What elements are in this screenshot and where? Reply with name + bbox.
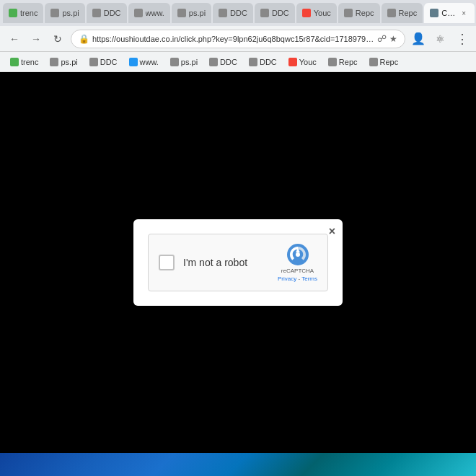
profile-button[interactable]: 👤 <box>410 30 427 48</box>
svg-point-2 <box>296 252 300 257</box>
bookmark-label: Repc <box>339 58 358 66</box>
tab-www[interactable]: www. <box>128 3 170 23</box>
tab-favicon <box>134 9 143 17</box>
terms-link[interactable]: Terms <box>301 276 317 282</box>
bookmark-label: ps.pi <box>61 58 77 66</box>
bookmark-favicon <box>89 58 98 66</box>
forward-button[interactable]: → <box>27 30 45 48</box>
captcha-checkbox[interactable] <box>159 255 175 270</box>
bookmark-ddc-1[interactable]: DDC <box>85 54 122 70</box>
bookmark-repc-1[interactable]: Repc <box>324 54 362 70</box>
tab-favicon <box>9 9 17 17</box>
browser-window: trenc ps.pi DDC www. ps.pi DDC DDC Youc <box>0 0 476 476</box>
bookmark-favicon <box>129 58 138 66</box>
tab-repc-2[interactable]: Repc <box>382 3 423 23</box>
tab-label: ps.pi <box>62 9 79 17</box>
modal-overlay: × I'm not a robot <box>0 72 476 453</box>
tab-favicon <box>344 9 353 17</box>
menu-button[interactable]: ⋮ <box>453 30 470 48</box>
recaptcha-logo-icon <box>286 243 309 266</box>
bookmark-favicon <box>10 58 19 66</box>
bookmark-ddc-2[interactable]: DDC <box>205 54 242 70</box>
page-content: Click "Allow" to confirm that you are no… <box>0 72 476 453</box>
bookmark-favicon <box>50 58 58 66</box>
captcha-modal: × I'm not a robot <box>133 219 343 306</box>
bookmark-favicon <box>328 58 337 66</box>
tab-bar: trenc ps.pi DDC www. ps.pi DDC DDC Youc <box>0 0 476 26</box>
bookmark-ddc-3[interactable]: DDC <box>244 54 281 70</box>
bookmark-favicon <box>209 58 218 66</box>
captcha-label: I'm not a robot <box>183 257 269 268</box>
bookmark-repc-2[interactable]: Repc <box>365 54 403 70</box>
bookmark-www[interactable]: www. <box>125 54 163 70</box>
bookmark-label: DDC <box>260 58 277 66</box>
tab-label: DDC <box>104 9 121 17</box>
bookmark-label: www. <box>140 58 159 66</box>
taskbar <box>0 453 476 476</box>
captcha-widget: I'm not a robot reCAPTCHA <box>148 234 328 291</box>
tab-trenc[interactable]: trenc <box>3 3 43 23</box>
tab-youtube[interactable]: Youc <box>296 3 337 23</box>
address-box[interactable]: 🔒 https://oushioutdae.co.in/click.php?ke… <box>71 30 405 48</box>
tab-label: ps.pi <box>189 9 206 17</box>
tab-click-active[interactable]: Click| × <box>424 3 475 23</box>
tab-label: DDC <box>230 9 247 17</box>
modal-close-button[interactable]: × <box>329 225 335 238</box>
tab-label: DDC <box>272 9 289 17</box>
extensions-button[interactable]: ⚛ <box>431 30 449 48</box>
tab-favicon <box>302 9 311 17</box>
bookmark-label: Youc <box>299 58 317 66</box>
taskbar-background <box>0 453 476 476</box>
recaptcha-brand-text: reCAPTCHA <box>281 268 314 274</box>
tab-repc-1[interactable]: Repc <box>338 3 380 23</box>
address-text: https://oushioutdae.co.in/click.php?key=… <box>92 35 374 43</box>
bookmark-label: DDC <box>220 58 237 66</box>
tab-pspi-2[interactable]: ps.pi <box>172 3 211 23</box>
tab-close-button[interactable]: × <box>459 8 469 18</box>
bookmark-favicon <box>288 58 297 66</box>
bookmark-favicon <box>170 58 179 66</box>
bookmark-star-icon[interactable]: ★ <box>389 34 397 44</box>
reader-mode-icon: ☍ <box>377 33 387 44</box>
recaptcha-links-text: Privacy - Terms <box>278 276 317 282</box>
bookmarks-bar: trenc ps.pi DDC www. ps.pi DDC DDC Youc <box>0 52 476 72</box>
tab-favicon <box>92 9 101 17</box>
tab-ddc-2[interactable]: DDC <box>213 3 253 23</box>
tab-favicon <box>387 9 396 17</box>
tab-favicon <box>177 9 186 17</box>
tab-ddc-1[interactable]: DDC <box>87 3 127 23</box>
tab-label: Click| <box>441 9 456 17</box>
tab-label: www. <box>146 9 164 17</box>
back-button[interactable]: ← <box>6 30 23 48</box>
bookmark-youtube[interactable]: Youc <box>284 54 321 70</box>
address-bar-row: ← → ↻ 🔒 https://oushioutdae.co.in/click.… <box>0 26 476 52</box>
bookmark-pspi-2[interactable]: ps.pi <box>166 54 202 70</box>
bookmark-trenc[interactable]: trenc <box>6 54 43 70</box>
tab-favicon <box>50 9 59 17</box>
bookmark-pspi[interactable]: ps.pi <box>45 54 81 70</box>
bookmark-favicon <box>249 58 257 66</box>
tab-favicon <box>430 9 438 17</box>
bookmark-label: Repc <box>380 58 399 66</box>
tab-label: Repc <box>356 9 374 17</box>
tab-label: trenc <box>20 9 38 17</box>
bookmark-label: ps.pi <box>181 58 198 66</box>
refresh-button[interactable]: ↻ <box>49 30 66 48</box>
tab-label: Repc <box>399 9 418 17</box>
tab-pspi-1[interactable]: ps.pi <box>45 3 84 23</box>
tab-favicon <box>219 9 227 17</box>
bookmark-favicon <box>369 58 378 66</box>
tab-ddc-3[interactable]: DDC <box>255 3 295 23</box>
tab-favicon <box>260 9 269 17</box>
tab-label: Youc <box>314 9 331 17</box>
privacy-link[interactable]: Privacy <box>278 276 296 282</box>
recaptcha-branding: reCAPTCHA Privacy - Terms <box>278 243 317 282</box>
lock-icon: 🔒 <box>79 34 89 44</box>
bookmark-label: DDC <box>100 58 118 66</box>
bookmark-label: trenc <box>21 58 38 66</box>
